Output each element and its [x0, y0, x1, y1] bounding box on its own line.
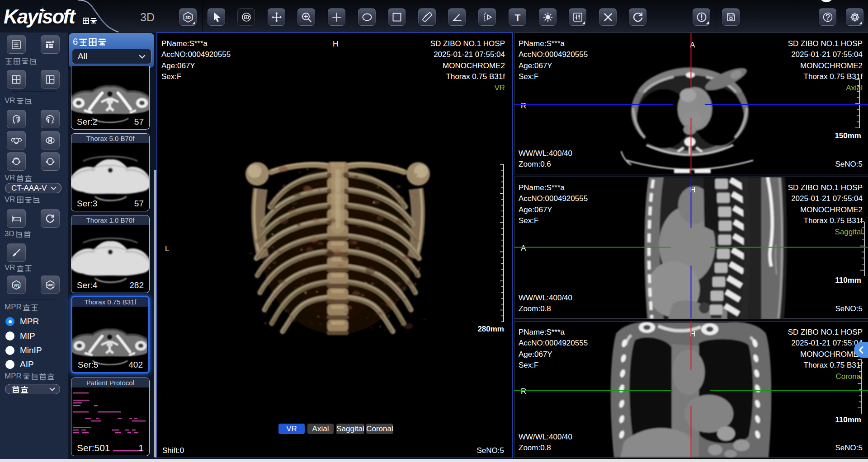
svg-text:T: T [514, 12, 520, 22]
svg-text:3D: 3D [185, 15, 190, 20]
svg-text:VR: VR [14, 283, 19, 287]
svg-text:MIP: MIP [47, 284, 53, 287]
